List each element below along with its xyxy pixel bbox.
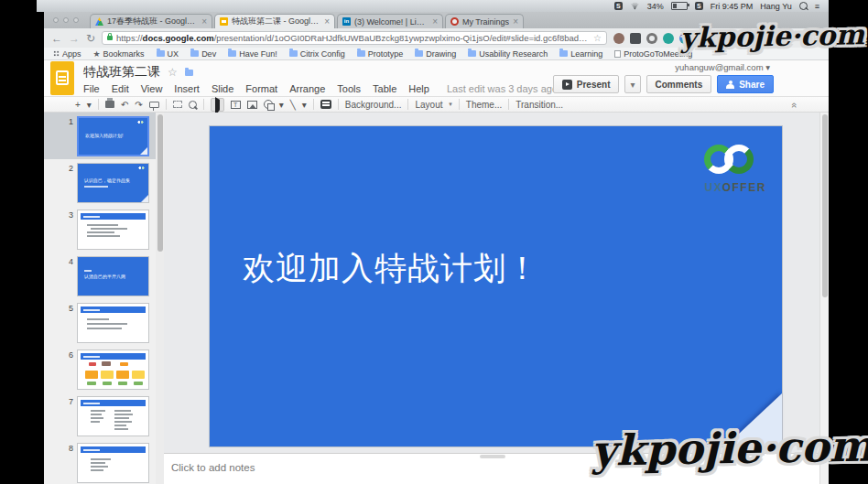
- bookmarks-shortcut[interactable]: ★Bookmarks: [93, 49, 145, 59]
- undo-button[interactable]: ↶: [121, 100, 128, 110]
- bookmark-folder-citrix-config[interactable]: Citrix Config: [289, 49, 345, 59]
- slide-filmstrip[interactable]: 1 欢迎加入特战计划! 2 认识自己，确定作品集: [44, 113, 157, 484]
- bookmark-folder-ux[interactable]: UX: [157, 49, 179, 59]
- paint-format-icon[interactable]: [149, 102, 159, 108]
- slide-thumbnail-5[interactable]: 5: [44, 299, 156, 346]
- notes-placeholder[interactable]: Click to add notes: [171, 462, 255, 473]
- bookmark-folder-learning[interactable]: Learning: [559, 49, 602, 59]
- menu-file[interactable]: File: [83, 83, 100, 94]
- menu-arrange[interactable]: Arrange: [289, 83, 325, 94]
- bookmark-star-icon[interactable]: ☆: [593, 33, 602, 43]
- url-input[interactable]: https://docs.google.com/presentation/d/1…: [102, 31, 607, 45]
- bookmark-folder-prototype[interactable]: Prototype: [357, 49, 404, 59]
- line-options[interactable]: ▾: [302, 100, 307, 110]
- comments-button[interactable]: Comments: [646, 75, 712, 93]
- folder-icon: [228, 50, 236, 57]
- menubar-username[interactable]: Hang Yu: [760, 2, 791, 11]
- tab-my-trainings[interactable]: My Trainings ×: [445, 14, 524, 28]
- extension-icon-4[interactable]: [663, 33, 674, 44]
- menu-tools[interactable]: Tools: [337, 83, 361, 94]
- bookmark-folder-drawing[interactable]: Drawing: [415, 49, 456, 59]
- slide-thumbnail-7[interactable]: 7: [44, 393, 156, 439]
- zoom-window-button[interactable]: [73, 17, 79, 23]
- back-button[interactable]: ←: [51, 32, 62, 45]
- scrollbar-thumb[interactable]: [822, 114, 828, 297]
- apps-shortcut[interactable]: Apps: [53, 49, 81, 59]
- status-app-icon-2[interactable]: S: [695, 2, 703, 10]
- menu-format[interactable]: Format: [245, 83, 277, 94]
- window-controls[interactable]: [53, 17, 79, 23]
- share-button[interactable]: Share: [717, 75, 774, 93]
- favorite-star-icon[interactable]: ☆: [168, 66, 178, 79]
- zoom-to-fit-icon[interactable]: [173, 101, 182, 108]
- menubar-clock[interactable]: Fri 9:45 PM: [711, 2, 754, 11]
- theme-button[interactable]: Theme...: [466, 100, 502, 110]
- bookmark-folder-have-fun[interactable]: Have Fun!: [228, 49, 277, 59]
- menu-edit[interactable]: Edit: [112, 83, 129, 94]
- menu-view[interactable]: View: [141, 83, 163, 94]
- tab-linkedin[interactable]: in (3) Welcome! | LinkedIn ×: [337, 14, 443, 28]
- minimize-window-button[interactable]: [63, 17, 69, 23]
- close-tab-icon[interactable]: ×: [201, 17, 207, 27]
- move-to-folder-icon[interactable]: [185, 70, 193, 76]
- slides-app-header: 特战班第二课 ☆ File Edit View Insert Slide For…: [44, 60, 829, 96]
- insert-image-tool[interactable]: [247, 101, 257, 109]
- present-options-button[interactable]: ▾: [624, 75, 640, 93]
- transition-button[interactable]: Transition...: [515, 100, 563, 110]
- account-email[interactable]: yuhanguw@gmail.com ▾: [675, 62, 770, 72]
- spotlight-search-icon[interactable]: [799, 2, 808, 10]
- notification-center-icon[interactable]: ≡: [815, 2, 819, 11]
- notes-resize-handle[interactable]: [480, 455, 505, 458]
- close-tab-icon[interactable]: ×: [432, 17, 438, 27]
- insert-shape-tool[interactable]: [264, 100, 273, 109]
- status-app-icon[interactable]: S: [614, 2, 623, 10]
- background-button[interactable]: Background...: [345, 100, 402, 110]
- menu-help[interactable]: Help: [408, 83, 429, 94]
- slide-thumbnail-6[interactable]: 6: [44, 346, 156, 393]
- new-slide-button[interactable]: +: [75, 100, 81, 110]
- insert-line-tool[interactable]: ╲: [290, 100, 296, 110]
- last-edit-status[interactable]: Last edit was 3 days ago: [447, 83, 558, 94]
- slide-title-text[interactable]: 欢迎加入特战计划！: [243, 247, 539, 290]
- print-icon[interactable]: [105, 101, 114, 108]
- tab-google-drive[interactable]: 17春季特战班 - Google Dri ×: [90, 14, 212, 28]
- https-lock-icon[interactable]: [107, 36, 113, 40]
- present-button[interactable]: Present: [553, 75, 620, 93]
- redo-button[interactable]: ↷: [135, 100, 142, 110]
- close-window-button[interactable]: [53, 17, 59, 23]
- text-box-tool[interactable]: T: [231, 101, 241, 109]
- menu-table[interactable]: Table: [373, 83, 396, 94]
- wifi-icon[interactable]: [630, 3, 640, 10]
- extension-icon-2[interactable]: [630, 33, 641, 44]
- zoom-icon[interactable]: [189, 101, 197, 109]
- slide-thumbnail-3[interactable]: 3: [44, 206, 156, 253]
- bookmark-folder-dev[interactable]: Dev: [190, 49, 216, 59]
- slide-canvas[interactable]: UXOFFER 欢迎加入特战计划！: [209, 125, 783, 447]
- menu-insert[interactable]: Insert: [174, 83, 200, 94]
- page-icon: [614, 50, 621, 58]
- shape-options[interactable]: ▾: [279, 100, 284, 110]
- slide-thumbnail-8[interactable]: 8: [44, 439, 156, 484]
- new-slide-options[interactable]: ▾: [87, 100, 92, 110]
- layout-button[interactable]: Layout ▾: [415, 100, 451, 110]
- select-tool[interactable]: [211, 98, 224, 112]
- slide-thumbnail-4[interactable]: 4 认清自己的半斤八两: [44, 253, 156, 299]
- scrollbar-thumb[interactable]: [157, 114, 163, 252]
- settings-gear-icon[interactable]: [646, 33, 657, 44]
- site-icon: [450, 17, 459, 26]
- extension-icon-1[interactable]: [613, 33, 624, 44]
- filmstrip-scrollbar[interactable]: [156, 113, 164, 484]
- collapse-toolbar-icon[interactable]: «: [789, 102, 800, 108]
- forward-button[interactable]: →: [69, 32, 80, 45]
- document-title[interactable]: 特战班第二课: [83, 64, 160, 81]
- close-tab-icon[interactable]: ×: [324, 17, 330, 27]
- close-tab-icon[interactable]: ×: [513, 17, 518, 27]
- reload-button[interactable]: ↻: [86, 32, 95, 45]
- bookmark-folder-usability-research[interactable]: Usability Research: [468, 49, 548, 59]
- menu-slide[interactable]: Slide: [212, 83, 233, 94]
- slide-thumbnail-1[interactable]: 1 欢迎加入特战计划!: [44, 113, 156, 159]
- insert-comment-tool[interactable]: [320, 100, 331, 109]
- tab-google-slides-active[interactable]: 特战班第二课 - Google Sli ×: [214, 14, 335, 28]
- slide-thumbnail-2[interactable]: 2 认识自己，确定作品集: [44, 159, 156, 206]
- google-slides-app-icon[interactable]: [50, 61, 74, 95]
